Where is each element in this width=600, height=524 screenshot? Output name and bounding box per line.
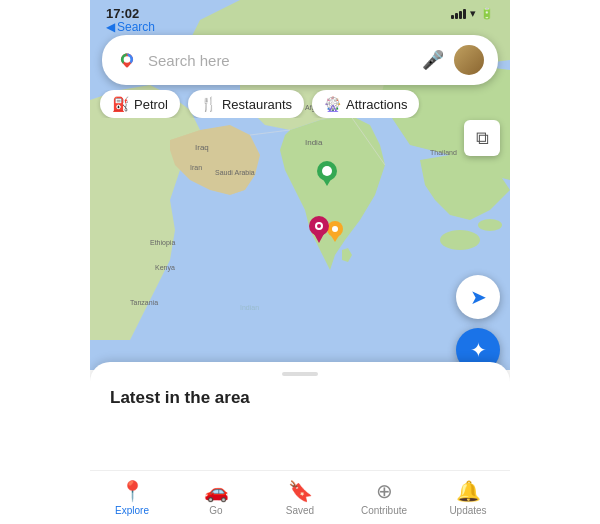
google-maps-logo <box>116 49 138 71</box>
filter-chip-petrol[interactable]: ⛽ Petrol <box>100 90 180 118</box>
svg-text:Thailand: Thailand <box>430 149 457 156</box>
svg-text:India: India <box>305 138 323 147</box>
svg-point-20 <box>322 166 332 176</box>
back-label: Search <box>117 20 155 34</box>
svg-text:Iran: Iran <box>190 164 202 171</box>
search-placeholder[interactable]: Search here <box>148 52 412 69</box>
nav-item-contribute[interactable]: ⊕ Contribute <box>342 471 426 524</box>
layer-button[interactable]: ⧉ <box>464 120 500 156</box>
petrol-icon: ⛽ <box>112 96 129 112</box>
back-nav[interactable]: ◀ Search <box>106 20 155 34</box>
nav-item-explore[interactable]: 📍 Explore <box>90 471 174 524</box>
svg-text:Ethiopia: Ethiopia <box>150 239 175 247</box>
svg-point-2 <box>478 219 502 231</box>
svg-marker-26 <box>330 234 340 242</box>
status-time: 17:02 <box>106 6 139 21</box>
nav-item-updates[interactable]: 🔔 Updates <box>426 471 510 524</box>
restaurants-icon: 🍴 <box>200 96 217 112</box>
bottom-nav: 📍 Explore 🚗 Go 🔖 Saved ⊕ Contribute 🔔 Up… <box>90 470 510 524</box>
svg-text:Indian: Indian <box>240 304 259 311</box>
attractions-label: Attractions <box>346 97 407 112</box>
green-pin <box>316 160 338 186</box>
updates-label: Updates <box>449 505 486 516</box>
svg-point-34 <box>124 56 131 63</box>
search-bar-wrapper: Search here 🎤 <box>102 35 498 85</box>
svg-text:Saudi Arabia: Saudi Arabia <box>215 169 255 176</box>
pink-pin <box>308 215 330 243</box>
panel-handle <box>282 372 318 376</box>
nav-item-saved[interactable]: 🔖 Saved <box>258 471 342 524</box>
svg-point-27 <box>332 226 338 232</box>
filter-chip-restaurants[interactable]: 🍴 Restaurants <box>188 90 304 118</box>
navigation-button[interactable]: ➤ <box>456 275 500 319</box>
contribute-icon: ⊕ <box>376 479 393 503</box>
attractions-icon: 🎡 <box>324 96 341 112</box>
svg-marker-22 <box>313 232 325 243</box>
phone-frame: Iraq Iran Turkey Saudi Arabia Afghanista… <box>90 0 510 524</box>
back-arrow-icon: ◀ <box>106 20 115 34</box>
explore-icon: 📍 <box>120 479 145 503</box>
microphone-icon[interactable]: 🎤 <box>422 49 444 71</box>
contribute-label: Contribute <box>361 505 407 516</box>
go-label: Go <box>209 505 222 516</box>
svg-text:Iraq: Iraq <box>195 143 209 152</box>
signal-icon <box>451 9 466 19</box>
wifi-icon: ▾ <box>470 7 476 20</box>
svg-text:Tanzania: Tanzania <box>130 299 158 306</box>
svg-point-24 <box>317 224 321 228</box>
nav-item-go[interactable]: 🚗 Go <box>174 471 258 524</box>
saved-icon: 🔖 <box>288 479 313 503</box>
filter-bar: ⛽ Petrol 🍴 Restaurants 🎡 Attractions <box>90 90 510 118</box>
filter-chip-attractions[interactable]: 🎡 Attractions <box>312 90 419 118</box>
saved-label: Saved <box>286 505 314 516</box>
bottom-panel[interactable]: Latest in the area <box>90 362 510 472</box>
updates-icon: 🔔 <box>456 479 481 503</box>
explore-label: Explore <box>115 505 149 516</box>
svg-point-1 <box>440 230 480 250</box>
svg-marker-19 <box>321 176 333 186</box>
battery-icon: 🔋 <box>480 7 494 20</box>
status-icons: ▾ 🔋 <box>451 7 494 20</box>
petrol-label: Petrol <box>134 97 168 112</box>
go-icon: 🚗 <box>204 479 229 503</box>
panel-title: Latest in the area <box>110 388 490 408</box>
restaurants-label: Restaurants <box>222 97 292 112</box>
user-avatar[interactable] <box>454 45 484 75</box>
svg-text:Kenya: Kenya <box>155 264 175 272</box>
search-bar[interactable]: Search here 🎤 <box>102 35 498 85</box>
